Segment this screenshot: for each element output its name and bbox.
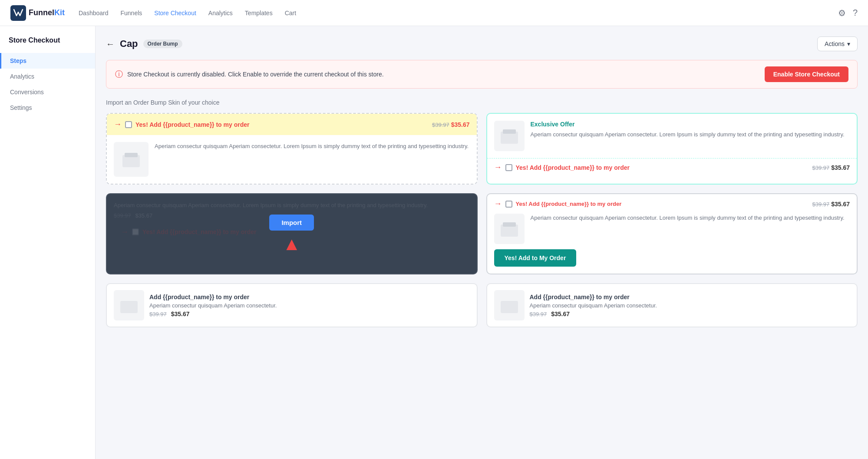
bottom-card-1-prices: $39.97 $35.67: [149, 310, 277, 317]
card1-desc: Aperiam consectur quisquam Aperiam conse…: [155, 142, 469, 151]
actions-button[interactable]: Actions ▾: [817, 36, 858, 51]
card1-product-title: Yes! Add {{product_name}} to my order: [135, 121, 249, 128]
bottom-card-1-price-new: $35.67: [171, 310, 190, 317]
nav-icons: ⚙ ?: [838, 8, 858, 18]
alert-icon: ⓘ: [115, 69, 123, 79]
card1-price-new: $35.67: [451, 121, 470, 128]
settings-icon[interactable]: ⚙: [838, 8, 846, 18]
bottom-card-1[interactable]: Add {{product_name}} to my order Aperiam…: [106, 283, 478, 327]
card4-desc: Aperiam consectur quisquam Aperiam conse…: [531, 214, 845, 244]
svg-rect-3: [125, 153, 138, 157]
card4-arrow-icon: →: [494, 199, 502, 208]
help-icon[interactable]: ?: [853, 8, 858, 18]
card2-top: Exclusive Offer Aperiam consectur quisqu…: [487, 114, 857, 158]
bottom-cards-grid: Add {{product_name}} to my order Aperiam…: [106, 283, 858, 327]
svg-rect-9: [503, 222, 516, 227]
up-arrow-icon: ▲: [283, 235, 301, 253]
alert-text: Store Checkout is currently disabled. Cl…: [127, 71, 384, 78]
sidebar-item-conversions[interactable]: Conversions: [0, 84, 95, 100]
page-header-left: ← Cap Order Bump: [106, 38, 182, 50]
card4-body: Aperiam consectur quisquam Aperiam conse…: [487, 214, 857, 249]
card4-prices: $39.97 $35.67: [812, 201, 850, 208]
card4-checkbox: [505, 201, 512, 208]
nav-store-checkout[interactable]: Store Checkout: [154, 8, 196, 18]
skin-card-1[interactable]: → Yes! Add {{product_name}} to my order …: [106, 113, 478, 185]
sidebar-item-analytics[interactable]: Analytics: [0, 69, 95, 84]
back-button[interactable]: ←: [106, 39, 115, 49]
card2-price-old: $39.97: [812, 165, 830, 171]
page-header: ← Cap Order Bump Actions ▾: [106, 36, 858, 51]
bottom-card-2[interactable]: Add {{product_name}} to my order Aperiam…: [486, 283, 858, 327]
bottom-card-1-title: Add {{product_name}} to my order: [149, 294, 277, 300]
card1-header-left: → Yes! Add {{product_name}} to my order: [114, 120, 249, 129]
card2-product-title: Yes! Add {{product_name}} to my order: [516, 164, 630, 171]
arrow-icon: →: [114, 120, 122, 129]
actions-chevron-icon: ▾: [847, 40, 850, 47]
nav-cart[interactable]: Cart: [285, 8, 296, 18]
bottom-card-1-desc: Aperiam consectur quisquam Aperiam conse…: [149, 302, 277, 309]
skin-card-4[interactable]: → Yes! Add {{product_name}} to my order …: [486, 193, 858, 274]
card4-header-left: → Yes! Add {{product_name}} to my order: [494, 199, 622, 208]
order-bump-badge: Order Bump: [143, 40, 182, 48]
alert-left: ⓘ Store Checkout is currently disabled. …: [115, 69, 384, 79]
skin-card-3[interactable]: Aperiam consectur quisquam Aperiam conse…: [106, 193, 478, 274]
checkbox-icon: [125, 121, 132, 128]
bottom-card-2-price-new: $35.67: [551, 310, 570, 317]
card1-header: → Yes! Add {{product_name}} to my order …: [107, 114, 477, 135]
nav-templates[interactable]: Templates: [245, 8, 273, 18]
main-layout: Store Checkout Steps Analytics Conversio…: [0, 26, 868, 459]
bottom-card-2-price-old: $39.97: [530, 311, 547, 317]
card2-price-new: $35.67: [831, 164, 850, 171]
card4-header: → Yes! Add {{product_name}} to my order …: [487, 194, 857, 214]
section-label: Import an Order Bump Skin of your choice: [106, 99, 858, 106]
bottom-card-2-title: Add {{product_name}} to my order: [530, 294, 657, 300]
sidebar-item-steps[interactable]: Steps: [0, 53, 95, 69]
card2-offer-info: Exclusive Offer Aperiam consectur quisqu…: [531, 121, 845, 151]
card2-exclusive-label: Exclusive Offer: [531, 121, 845, 128]
svg-rect-6: [503, 129, 516, 134]
card4-product-image: [494, 214, 525, 244]
sidebar-item-settings[interactable]: Settings: [0, 100, 95, 116]
bottom-card-2-row: Add {{product_name}} to my order Aperiam…: [494, 290, 850, 320]
main-content: ← Cap Order Bump Actions ▾ ⓘ Store Check…: [96, 26, 868, 459]
cards-grid: → Yes! Add {{product_name}} to my order …: [106, 113, 858, 274]
card4-price-new: $35.67: [831, 201, 850, 208]
card2-checkbox: [505, 164, 512, 171]
import-button[interactable]: Import: [269, 215, 314, 231]
nav-links: Dashboard Funnels Store Checkout Analyti…: [79, 8, 838, 18]
card2-product-image: [494, 121, 525, 151]
top-navigation: FunnelKit Dashboard Funnels Store Checko…: [0, 0, 868, 26]
add-to-order-button[interactable]: Yes! Add to My Order: [494, 249, 577, 267]
nav-analytics[interactable]: Analytics: [208, 8, 233, 18]
import-overlay: Import ▲: [107, 194, 477, 274]
bottom-card-1-row: Add {{product_name}} to my order Aperiam…: [114, 290, 470, 320]
logo[interactable]: FunnelKit: [10, 5, 65, 21]
card2-footer-left: → Yes! Add {{product_name}} to my order: [494, 163, 630, 172]
card1-prices: $39.97 $35.67: [432, 121, 469, 128]
svg-rect-13: [501, 301, 518, 313]
card2-desc: Aperiam consectur quisquam Aperiam conse…: [531, 130, 845, 139]
actions-label: Actions: [825, 40, 845, 47]
card2-arrow-icon: →: [494, 163, 502, 172]
card4-price-old: $39.97: [812, 201, 830, 208]
card1-price-old: $39.97: [432, 122, 449, 128]
sidebar-title: Store Checkout: [0, 36, 95, 53]
bottom-card-1-price-old: $39.97: [149, 311, 167, 317]
card4-product-title: Yes! Add {{product_name}} to my order: [516, 201, 622, 207]
card2-footer: → Yes! Add {{product_name}} to my order …: [487, 158, 857, 176]
card1-product-image: [114, 142, 149, 177]
card2-prices: $39.97 $35.67: [812, 164, 850, 171]
bottom-card-2-image: [494, 290, 525, 320]
enable-store-checkout-button[interactable]: Enable Store Checkout: [765, 66, 848, 82]
bottom-card-2-desc: Aperiam consectur quisquam Aperiam conse…: [530, 302, 657, 309]
nav-dashboard[interactable]: Dashboard: [79, 8, 109, 18]
svg-rect-11: [120, 301, 138, 313]
bottom-card-2-prices: $39.97 $35.67: [530, 310, 657, 317]
page-title: Cap: [120, 38, 138, 50]
bottom-card-2-info: Add {{product_name}} to my order Aperiam…: [530, 294, 657, 317]
alert-banner: ⓘ Store Checkout is currently disabled. …: [106, 60, 858, 89]
nav-funnels[interactable]: Funnels: [121, 8, 142, 18]
bottom-card-1-info: Add {{product_name}} to my order Aperiam…: [149, 294, 277, 317]
skin-card-2[interactable]: Exclusive Offer Aperiam consectur quisqu…: [486, 113, 858, 185]
card1-body: Aperiam consectur quisquam Aperiam conse…: [107, 135, 477, 184]
